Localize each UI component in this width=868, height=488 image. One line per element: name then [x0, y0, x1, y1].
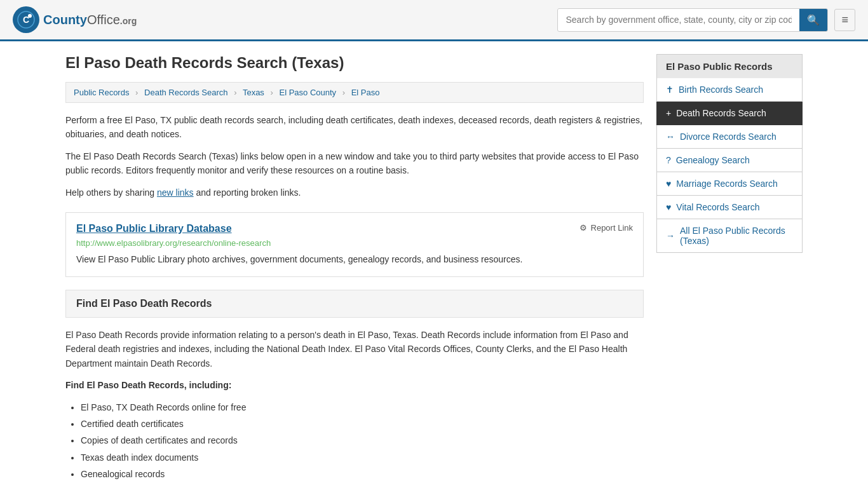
genealogy-icon: ?	[666, 155, 671, 165]
hamburger-icon: ≡	[841, 13, 848, 26]
site-header: C CountyOffice.org 🔍 ≡	[0, 0, 868, 41]
record-card-title: El Paso Public Library Database	[76, 223, 232, 234]
sidebar-item-divorce-records[interactable]: ↔ Divorce Records Search	[656, 125, 803, 149]
page-title: El Paso Death Records Search (Texas)	[65, 54, 644, 72]
description-p3-after: and reporting broken links.	[194, 187, 301, 198]
sidebar-divorce-label: Divorce Records Search	[680, 132, 776, 142]
search-input[interactable]	[558, 10, 799, 30]
find-section-subtitle-text: Find El Paso Death Records, including:	[65, 380, 231, 390]
sidebar-title: El Paso Public Records	[656, 54, 803, 78]
find-section-header: Find El Paso Death Records	[65, 290, 644, 318]
record-card-desc: View El Paso Public Library photo archiv…	[76, 253, 633, 266]
all-records-icon: →	[666, 231, 675, 241]
header-right: 🔍 ≡	[557, 8, 855, 32]
logo-icon: C	[13, 6, 39, 33]
sidebar-death-label: Death Records Search	[676, 108, 766, 118]
breadcrumb-link-texas[interactable]: Texas	[243, 88, 264, 97]
vital-records-icon: ♥	[666, 202, 671, 212]
description-p3: Help others by sharing new links and rep…	[65, 186, 644, 200]
breadcrumb-separator-4: ›	[342, 88, 345, 97]
find-section-p1: El Paso Death Records provide informatio…	[65, 328, 644, 370]
find-section-title: Find El Paso Death Records	[76, 298, 633, 309]
description-p1: Perform a free El Paso, TX public death …	[65, 113, 644, 142]
sidebar-item-death-records[interactable]: + Death Records Search	[656, 102, 803, 125]
list-item: Copies of death certificates and records	[81, 433, 644, 447]
breadcrumb-separator-3: ›	[271, 88, 273, 97]
record-card-header: El Paso Public Library Database ⚙ Report…	[76, 223, 633, 234]
sidebar-item-birth-records[interactable]: ✝ Birth Records Search	[656, 78, 803, 102]
find-section-subtitle: Find El Paso Death Records, including:	[65, 378, 644, 392]
list-item: Texas death index documents	[81, 451, 644, 464]
main-container: El Paso Death Records Search (Texas) Pub…	[53, 41, 815, 488]
sidebar-marriage-label: Marriage Records Search	[676, 179, 778, 189]
svg-point-2	[28, 14, 32, 18]
sidebar-genealogy-label: Genealogy Search	[676, 155, 750, 165]
record-card-title-link[interactable]: El Paso Public Library Database	[76, 223, 232, 234]
record-card: El Paso Public Library Database ⚙ Report…	[65, 212, 644, 277]
list-item: El Paso, TX Death Records online for fre…	[81, 400, 644, 414]
find-section-list: El Paso, TX Death Records online for fre…	[65, 400, 644, 482]
breadcrumb-link-death-records-search[interactable]: Death Records Search	[144, 88, 228, 97]
breadcrumb-separator-1: ›	[135, 88, 138, 97]
sidebar-item-marriage-records[interactable]: ♥ Marriage Records Search	[656, 172, 803, 196]
sidebar-vital-label: Vital Records Search	[676, 202, 759, 212]
report-link-label: Report Link	[591, 223, 633, 233]
marriage-records-icon: ♥	[666, 179, 671, 189]
search-box: 🔍	[557, 8, 828, 32]
logo-text: CountyOffice.org	[43, 13, 137, 27]
site-logo[interactable]: C CountyOffice.org	[13, 6, 137, 33]
content-area: El Paso Death Records Search (Texas) Pub…	[65, 54, 644, 484]
record-card-url: http://www.elpasolibrary.org/research/on…	[76, 238, 633, 248]
breadcrumb-link-public-records[interactable]: Public Records	[74, 88, 129, 97]
search-icon: 🔍	[807, 15, 820, 25]
sidebar-birth-label: Birth Records Search	[679, 85, 763, 95]
report-link-button[interactable]: ⚙ Report Link	[580, 223, 633, 233]
list-item: Certified death certificates	[81, 417, 644, 431]
divorce-records-icon: ↔	[666, 132, 675, 142]
breadcrumb-link-el-paso[interactable]: El Paso	[351, 88, 380, 97]
breadcrumb-link-el-paso-county[interactable]: El Paso County	[279, 88, 336, 97]
all-records-label: All El Paso Public Records (Texas)	[680, 226, 793, 246]
sidebar-item-vital-records[interactable]: ♥ Vital Records Search	[656, 196, 803, 219]
breadcrumb-separator-2: ›	[234, 88, 236, 97]
breadcrumb: Public Records › Death Records Search › …	[65, 82, 644, 103]
report-link-icon: ⚙	[580, 223, 587, 233]
birth-records-icon: ✝	[666, 85, 674, 95]
sidebar-all-records-link[interactable]: → All El Paso Public Records (Texas)	[656, 219, 803, 253]
list-item: Genealogical records	[81, 467, 644, 481]
search-button[interactable]: 🔍	[799, 9, 827, 31]
new-links-link[interactable]: new links	[157, 187, 194, 198]
description-p2: The El Paso Death Records Search (Texas)…	[65, 149, 644, 178]
hamburger-button[interactable]: ≡	[834, 9, 855, 31]
find-section-body: El Paso Death Records provide informatio…	[65, 318, 644, 482]
sidebar: El Paso Public Records ✝ Birth Records S…	[656, 54, 803, 484]
death-records-icon: +	[666, 108, 671, 118]
description-p3-before: Help others by sharing	[65, 187, 157, 198]
sidebar-item-genealogy[interactable]: ? Genealogy Search	[656, 149, 803, 172]
